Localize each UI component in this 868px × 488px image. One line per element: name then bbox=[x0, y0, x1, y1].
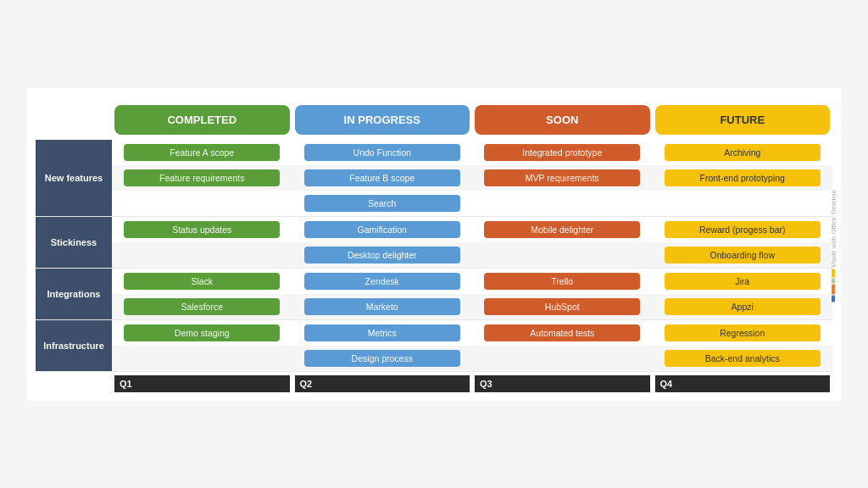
timeline-cell-q1: Q1 bbox=[114, 375, 290, 392]
task-cell-future bbox=[653, 193, 833, 214]
task-cell-inprogress: Gamification bbox=[292, 219, 473, 240]
watermark: Made with Office Timeline bbox=[830, 190, 837, 302]
task-pill: Mobile delighter bbox=[484, 221, 640, 238]
task-pill: Feature A scope bbox=[124, 144, 280, 161]
header-inprogress: IN PROGRESS bbox=[295, 105, 470, 135]
task-cell-soon bbox=[472, 193, 653, 214]
task-pill: Front-end prototyping bbox=[665, 169, 821, 186]
task-cell-future: Back-end analytics bbox=[653, 348, 833, 369]
task-row: SlackZendeskTrelloJira bbox=[112, 269, 832, 294]
task-pill: Feature requirements bbox=[124, 169, 280, 186]
task-cell-future: Regression bbox=[653, 323, 833, 343]
task-pill: Automated tests bbox=[484, 324, 640, 341]
task-cell-inprogress: Design process bbox=[292, 348, 473, 369]
timeline-cell-q3: Q3 bbox=[475, 375, 650, 392]
section-row: New featuresFeature A scopeUndo Function… bbox=[36, 140, 832, 217]
section-content: Demo stagingMetricsAutomated testsRegres… bbox=[112, 320, 832, 371]
task-pill: Jira bbox=[665, 273, 821, 290]
task-pill: Search bbox=[304, 195, 460, 212]
task-cell-future: Jira bbox=[653, 271, 833, 291]
task-cell-completed: Status updates bbox=[112, 219, 292, 240]
task-cell-completed: Demo staging bbox=[112, 323, 292, 343]
task-pill: Desktop delighter bbox=[304, 247, 460, 263]
task-cell-inprogress: Marketo bbox=[292, 297, 473, 317]
section-row: StickinessStatus updatesGamificationMobi… bbox=[36, 217, 832, 269]
task-cell-completed bbox=[112, 245, 292, 265]
body-area: New featuresFeature A scopeUndo Function… bbox=[36, 140, 832, 372]
chart-container: COMPLETED IN PROGRESS SOON FUTURE New fe… bbox=[27, 88, 841, 401]
task-cell-future: Appzi bbox=[653, 297, 833, 317]
task-row: Desktop delighterOnboarding flow bbox=[112, 242, 832, 268]
task-pill: Appzi bbox=[665, 298, 821, 315]
task-pill: Gamification bbox=[304, 221, 460, 238]
section-content: Status updatesGamificationMobile delight… bbox=[112, 217, 832, 268]
task-cell-future: Reward (progess bar) bbox=[653, 219, 833, 240]
task-row: SalesforceMarketoHubSpotAppzi bbox=[112, 294, 832, 319]
task-cell-completed: Salesforce bbox=[112, 297, 292, 317]
task-pill: Demo staging bbox=[124, 324, 280, 341]
task-cell-soon: Integrated prototype bbox=[472, 142, 653, 163]
timeline-cell-q4: Q4 bbox=[655, 375, 831, 392]
task-cell-inprogress: Metrics bbox=[292, 323, 473, 343]
task-row: Feature A scopeUndo FunctionIntegrated p… bbox=[112, 140, 832, 165]
task-cell-soon: Mobile delighter bbox=[472, 219, 653, 240]
header-completed: COMPLETED bbox=[114, 105, 290, 135]
task-cell-completed: Feature requirements bbox=[112, 168, 292, 188]
section-content: SlackZendeskTrelloJiraSalesforceMarketoH… bbox=[112, 269, 832, 319]
timeline-row: Q1Q2Q3Q4 bbox=[112, 375, 832, 392]
task-pill: Archiving bbox=[665, 144, 821, 161]
task-cell-soon: Automated tests bbox=[472, 323, 653, 343]
task-cell-completed: Slack bbox=[112, 271, 292, 291]
task-pill: MVP requirements bbox=[484, 169, 640, 186]
task-pill: Onboarding flow bbox=[665, 247, 821, 263]
task-pill: Trello bbox=[484, 273, 640, 290]
header-row: COMPLETED IN PROGRESS SOON FUTURE bbox=[112, 105, 832, 135]
task-row: Demo stagingMetricsAutomated testsRegres… bbox=[112, 320, 832, 346]
task-cell-soon: MVP requirements bbox=[472, 168, 653, 188]
task-cell-inprogress: Desktop delighter bbox=[292, 245, 473, 265]
task-pill: Regression bbox=[665, 324, 821, 341]
task-pill: HubSpot bbox=[484, 298, 640, 315]
header-soon: SOON bbox=[475, 105, 650, 135]
task-cell-completed bbox=[112, 193, 292, 214]
task-cell-soon: HubSpot bbox=[472, 297, 653, 317]
task-pill: Zendesk bbox=[304, 273, 460, 290]
section-label: New features bbox=[36, 140, 112, 216]
section-row: InfrastructureDemo stagingMetricsAutomat… bbox=[36, 320, 832, 372]
task-cell-inprogress: Undo Function bbox=[292, 142, 473, 163]
task-cell-completed: Feature A scope bbox=[112, 142, 292, 163]
header-future: FUTURE bbox=[655, 105, 831, 135]
task-cell-inprogress: Feature B scope bbox=[292, 168, 473, 188]
task-row: Design processBack-end analytics bbox=[112, 346, 832, 371]
task-pill: Metrics bbox=[304, 324, 460, 341]
task-pill: Undo Function bbox=[304, 144, 460, 161]
task-cell-future: Archiving bbox=[653, 142, 833, 163]
section-label: Infrastructure bbox=[36, 320, 112, 371]
section-label: Integrations bbox=[36, 269, 112, 319]
task-pill: Marketo bbox=[304, 298, 460, 315]
task-pill: Integrated prototype bbox=[484, 144, 640, 161]
task-cell-inprogress: Search bbox=[292, 193, 473, 214]
task-row: Feature requirementsFeature B scopeMVP r… bbox=[112, 165, 832, 191]
task-pill: Feature B scope bbox=[304, 169, 460, 186]
task-pill: Salesforce bbox=[124, 298, 280, 315]
task-cell-inprogress: Zendesk bbox=[292, 271, 473, 291]
task-cell-completed bbox=[112, 348, 292, 369]
section-content: Feature A scopeUndo FunctionIntegrated p… bbox=[112, 140, 832, 216]
task-pill: Slack bbox=[124, 273, 280, 290]
task-pill: Status updates bbox=[124, 221, 280, 238]
task-pill: Design process bbox=[304, 350, 460, 367]
task-pill: Reward (progess bar) bbox=[665, 221, 821, 238]
task-cell-future: Front-end prototyping bbox=[653, 168, 833, 188]
task-pill: Back-end analytics bbox=[665, 350, 821, 367]
timeline-cell-q2: Q2 bbox=[295, 375, 470, 392]
task-cell-future: Onboarding flow bbox=[653, 245, 833, 265]
task-cell-soon bbox=[472, 245, 653, 265]
task-row: Status updatesGamificationMobile delight… bbox=[112, 217, 832, 242]
task-cell-soon: Trello bbox=[472, 271, 653, 291]
section-row: IntegrationsSlackZendeskTrelloJiraSalesf… bbox=[36, 269, 832, 320]
task-row: Search bbox=[112, 191, 832, 216]
task-cell-soon bbox=[472, 348, 653, 369]
section-label: Stickiness bbox=[36, 217, 112, 268]
watermark-bars bbox=[832, 269, 836, 302]
